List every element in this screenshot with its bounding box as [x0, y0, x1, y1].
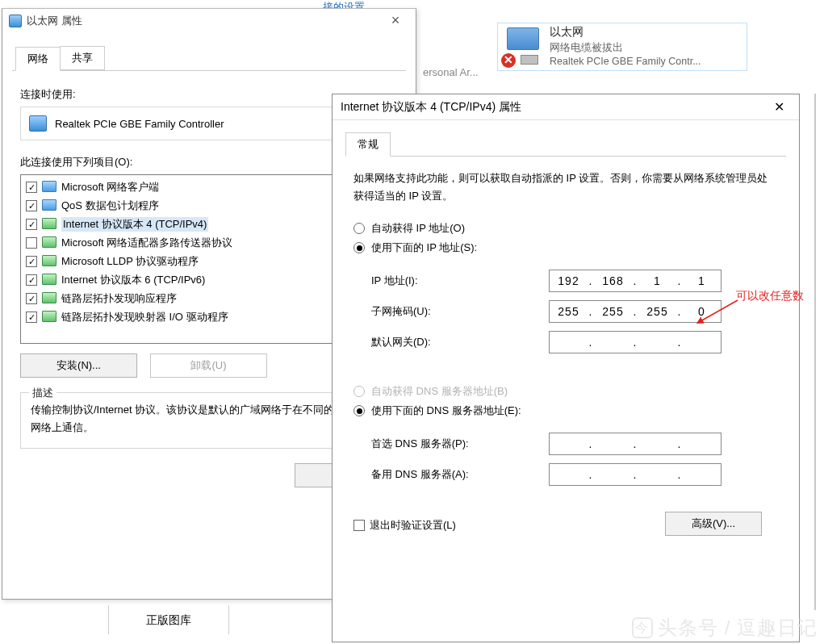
uninstall-button: 卸载(U) [150, 353, 267, 378]
protocol-icon [42, 274, 56, 286]
watermark: 今 头条号 / 逗趣日记 [632, 615, 818, 641]
dns2-label: 备用 DNS 服务器(A): [371, 467, 549, 482]
disconnected-x-icon: ✕ [501, 53, 516, 68]
ipv4-properties-window: Internet 协议版本 4 (TCP/IPv4) 属性 ✕ 常规 如果网络支… [332, 94, 800, 642]
item-label: Internet 协议版本 6 (TCP/IPv6) [61, 273, 205, 287]
radio-icon [353, 223, 365, 234]
watermark-icon: 今 [632, 617, 653, 638]
window-icon [9, 15, 22, 27]
tab-sharing[interactable]: 共享 [60, 46, 105, 70]
radio-manual-dns-label: 使用下面的 DNS 服务器地址(E): [371, 404, 521, 418]
dns1-input[interactable]: ... [549, 433, 722, 455]
bg-right-border [814, 94, 816, 610]
ip-address-input[interactable]: 192.168.1.1 [549, 270, 722, 292]
item-checkbox[interactable] [26, 200, 37, 211]
tab-network[interactable]: 网络 [15, 47, 61, 71]
ethernet-adapter-icon: ✕ [503, 27, 543, 66]
validate-label: 退出时验证设置(L) [370, 518, 456, 533]
radio-manual-dns[interactable]: 使用下面的 DNS 服务器地址(E): [353, 404, 778, 418]
adapter-icon [29, 115, 47, 132]
close-icon[interactable]: × [382, 11, 409, 31]
bg-bottom-label: 正版图库 [108, 605, 229, 634]
window-title: 以太网 属性 [27, 14, 382, 28]
radio-icon [353, 405, 365, 416]
adapter-name: 以太网 [550, 24, 701, 40]
close-icon[interactable]: ✕ [767, 99, 791, 115]
gateway-label: 默认网关(D): [371, 335, 549, 349]
radio-icon [353, 242, 365, 253]
item-checkbox[interactable] [26, 293, 37, 304]
item-checkbox[interactable] [26, 274, 37, 286]
item-label: QoS 数据包计划程序 [61, 199, 159, 213]
annotation-arrow-icon [696, 297, 744, 329]
description-legend: 描述 [29, 386, 56, 400]
item-label: 链路层拓扑发现响应程序 [61, 291, 177, 306]
dns-settings-group: 首选 DNS 服务器(P): ... 备用 DNS 服务器(A): ... [353, 423, 778, 502]
dns2-input[interactable]: ... [549, 463, 722, 486]
advanced-button[interactable]: 高级(V)... [665, 512, 762, 536]
item-label: Microsoft 网络客户端 [61, 180, 159, 194]
item-checkbox[interactable] [26, 182, 37, 193]
protocol-icon [42, 218, 56, 231]
adapter-status: 网络电缆被拔出 [550, 41, 701, 56]
item-checkbox[interactable] [26, 312, 37, 323]
radio-auto-ip-label: 自动获得 IP 地址(O) [371, 221, 465, 236]
ip-address-label: IP 地址(I): [371, 274, 549, 288]
item-label: Microsoft LLDP 协议驱动程序 [61, 254, 199, 269]
item-checkbox[interactable] [26, 256, 37, 267]
protocol-icon [42, 199, 56, 212]
radio-manual-ip-label: 使用下面的 IP 地址(S): [371, 240, 477, 255]
protocol-icon [42, 292, 56, 305]
watermark-text: 头条号 / 逗趣日记 [658, 615, 818, 641]
item-label: 链路层拓扑发现映射器 I/O 驱动程序 [61, 310, 228, 324]
protocol-icon [42, 181, 56, 194]
item-label: Internet 协议版本 4 (TCP/IPv4) [61, 217, 208, 232]
ipv4-window-title: Internet 协议版本 4 (TCP/IPv4) 属性 [341, 100, 767, 115]
svg-line-0 [701, 300, 738, 321]
radio-auto-ip[interactable]: 自动获得 IP 地址(O) [353, 221, 778, 236]
validate-checkbox[interactable] [353, 520, 365, 531]
radio-auto-dns: 自动获得 DNS 服务器地址(B) [353, 384, 778, 399]
item-checkbox[interactable] [26, 219, 37, 230]
adapter-device: Realtek PCIe GBE Family Contr... [550, 55, 701, 69]
radio-icon [353, 386, 365, 397]
radio-auto-dns-label: 自动获得 DNS 服务器地址(B) [371, 384, 508, 399]
protocol-icon [42, 255, 56, 268]
protocol-icon [42, 311, 56, 324]
subnet-mask-label: 子网掩码(U): [371, 304, 549, 319]
network-adapter-item[interactable]: ✕ 以太网 网络电缆被拔出 Realtek PCIe GBE Family Co… [497, 23, 747, 71]
radio-manual-ip[interactable]: 使用下面的 IP 地址(S): [353, 240, 778, 255]
bg-personal-text: ersonal Ar... [423, 66, 479, 78]
item-checkbox[interactable] [26, 237, 37, 249]
install-button[interactable]: 安装(N)... [20, 353, 137, 378]
tab-general[interactable]: 常规 [345, 132, 391, 157]
item-label: Microsoft 网络适配器多路传送器协议 [61, 236, 232, 250]
info-text: 如果网络支持此功能，则可以获取自动指派的 IP 设置。否则，你需要从网络系统管理… [353, 169, 778, 205]
gateway-input[interactable]: ... [549, 331, 722, 353]
protocol-icon [42, 236, 56, 249]
adapter-name-text: Realtek PCIe GBE Family Controller [55, 118, 224, 130]
dns1-label: 首选 DNS 服务器(P): [371, 437, 549, 451]
annotation-text: 可以改任意数 [736, 289, 804, 303]
